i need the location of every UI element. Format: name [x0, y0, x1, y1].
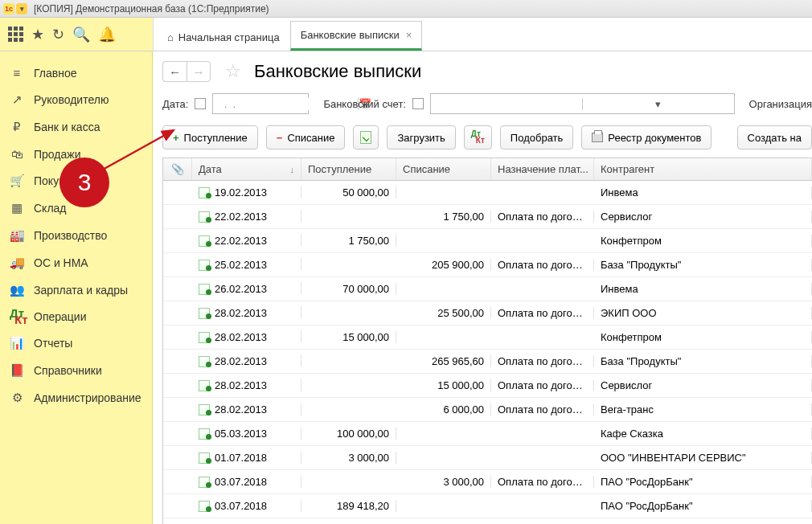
filter-account-select[interactable]: ▾ [430, 93, 735, 114]
refresh-doc-button[interactable] [353, 125, 379, 149]
header-income[interactable]: Поступление [301, 158, 396, 180]
table-row[interactable]: 28.02.2013265 965,60Оплата по догово...Б… [163, 350, 812, 374]
dtkt-icon: ДтКт [10, 310, 24, 323]
cell-income: 3 000,00 [301, 452, 396, 464]
quick-iconbar: ★ ↻ 🔍 🔔 [0, 18, 153, 51]
document-icon [199, 356, 210, 367]
nav-forward-button[interactable]: → [187, 61, 211, 82]
search-icon[interactable]: 🔍 [72, 26, 90, 43]
tutorial-step-badge: 3 [59, 158, 109, 207]
table-row[interactable]: 03.07.20183 000,00Оплата по догово...ПАО… [163, 470, 812, 494]
add-expense-button[interactable]: −Списание [266, 125, 346, 149]
history-icon[interactable]: ↻ [52, 26, 64, 43]
close-icon[interactable]: × [406, 29, 412, 41]
sidebar-item-label: ОС и НМА [34, 256, 88, 269]
header-outgoing[interactable]: Списание [396, 158, 491, 180]
cell-purpose: Оплата по догово... [491, 307, 594, 319]
sidebar-icon: ↗ [10, 92, 24, 107]
cell-income: 189 418,20 [301, 500, 396, 512]
tab-home[interactable]: ⌂ Начальная страница [157, 23, 290, 51]
apps-grid-icon[interactable] [8, 27, 23, 42]
cell-income: 1 750,00 [301, 235, 396, 247]
sidebar-item-10[interactable]: 📊Отчеты [0, 330, 152, 357]
table-row[interactable]: 01.07.20183 000,00ООО "ИНВЕНТАРИ СЕРВИС" [163, 446, 812, 470]
dropdown-icon[interactable]: ▾ [16, 3, 27, 14]
tab-bank-statements[interactable]: Банковские выписки × [290, 21, 423, 51]
sidebar-icon: 👥 [10, 283, 24, 297]
header-purpose[interactable]: Назначение плат... [491, 158, 594, 180]
app-1c-icon: 1c [3, 3, 14, 14]
sidebar-item-6[interactable]: 🏭Производство [0, 222, 152, 249]
cell-counterparty: База "Продукты" [594, 355, 812, 367]
filter-org-label: Организация [749, 98, 812, 110]
table-row[interactable]: 26.02.201370 000,00Инвема [163, 277, 812, 301]
sidebar-icon: 📕 [10, 363, 24, 378]
sidebar-item-label: Администрирование [34, 391, 141, 404]
load-button[interactable]: Загрузить [387, 125, 455, 149]
cell-counterparty: Инвема [594, 186, 812, 199]
sidebar-item-9[interactable]: ДтКтОперации [0, 304, 152, 330]
filter-date-label: Дата: [162, 98, 188, 110]
dtkt-button[interactable]: ДтКт [464, 125, 492, 149]
sidebar-item-label: Продажи [34, 148, 80, 161]
cell-outgoing: 25 500,00 [396, 307, 491, 319]
cell-counterparty: ЭКИП ООО [594, 307, 812, 319]
cell-purpose: Оплата по догово... [491, 355, 594, 367]
cell-date: 28.02.2013 [215, 307, 267, 319]
table-row[interactable]: 22.02.20131 750,00Оплата по догово...Сер… [163, 205, 812, 229]
table-row[interactable]: 28.02.201315 000,00Оплата по догово...Се… [163, 374, 812, 398]
add-expense-label: Списание [287, 132, 334, 144]
window-title: [КОПИЯ] Демонстрационная база (1С:Предпр… [34, 3, 269, 14]
table-row[interactable]: 22.02.20131 750,00Конфетпром [163, 229, 812, 253]
sidebar-item-8[interactable]: 👥Зарплата и кадры [0, 276, 152, 304]
document-icon [199, 211, 210, 223]
svg-line-0 [101, 130, 174, 170]
favorite-star-icon[interactable]: ☆ [225, 61, 241, 82]
table-row[interactable]: 03.07.2018189 418,20ПАО "РосДорБанк" [163, 494, 812, 518]
document-icon [199, 187, 210, 199]
sidebar-icon: ⚙ [10, 391, 24, 405]
sidebar-item-label: Справочники [34, 364, 102, 377]
table-row[interactable]: 28.02.201325 500,00Оплата по догово...ЭК… [163, 301, 812, 325]
sidebar-icon: 🏭 [10, 228, 24, 243]
cell-date: 03.07.2018 [215, 500, 267, 512]
printer-icon [592, 133, 603, 142]
document-icon [199, 380, 210, 391]
nav-back-button[interactable]: ← [162, 61, 187, 82]
filter-date-input[interactable]: 📅 [212, 93, 309, 114]
cell-date: 22.02.2013 [215, 235, 267, 247]
star-icon[interactable]: ★ [31, 26, 44, 43]
document-icon [199, 428, 210, 440]
table-row[interactable]: 03.07.2018ООО "ИНВЕНТАРИ СЕРВИС" [163, 518, 812, 524]
sidebar-item-1[interactable]: ↗Руководителю [0, 86, 152, 113]
sidebar-item-12[interactable]: ⚙Администрирование [0, 384, 152, 411]
cell-date: 28.02.2013 [215, 379, 267, 391]
sidebar-icon: ≡ [10, 66, 24, 80]
sidebar-item-label: Главное [34, 67, 77, 80]
filter-account-checkbox[interactable] [412, 98, 424, 109]
cell-counterparty: Инвема [594, 283, 812, 295]
sidebar-item-0[interactable]: ≡Главное [0, 59, 152, 86]
registry-button[interactable]: Реестр документов [581, 125, 712, 149]
table-row[interactable]: 28.02.20136 000,00Оплата по догово...Вег… [163, 398, 812, 422]
sidebar-item-11[interactable]: 📕Справочники [0, 357, 152, 384]
header-date[interactable]: Дата↓ [192, 158, 301, 180]
cell-outgoing: 15 000,00 [396, 379, 491, 391]
pick-button[interactable]: Подобрать [500, 125, 573, 149]
document-icon [199, 404, 210, 416]
header-counterparty[interactable]: Контрагент [594, 158, 812, 180]
table-row[interactable]: 05.03.2013100 000,00Кафе Сказка [163, 422, 812, 446]
sidebar-item-7[interactable]: 🚚ОС и НМА [0, 249, 152, 276]
sidebar-item-label: Отчеты [34, 337, 72, 350]
table-row[interactable]: 28.02.201315 000,00Конфетпром [163, 325, 812, 350]
chevron-down-icon[interactable]: ▾ [582, 98, 734, 110]
create-based-button[interactable]: Создать на [737, 125, 812, 149]
table-row[interactable]: 19.02.201350 000,00Инвема [163, 181, 812, 205]
bell-icon[interactable]: 🔔 [98, 26, 116, 43]
green-doc-icon [360, 131, 371, 144]
table-row[interactable]: 25.02.2013205 900,00Оплата по догово...Б… [163, 253, 812, 277]
filter-date-checkbox[interactable] [195, 98, 206, 109]
cell-purpose: Оплата по догово... [491, 476, 594, 488]
sidebar-item-label: Банк и касса [34, 121, 100, 133]
sort-arrow-icon: ↓ [290, 165, 295, 174]
